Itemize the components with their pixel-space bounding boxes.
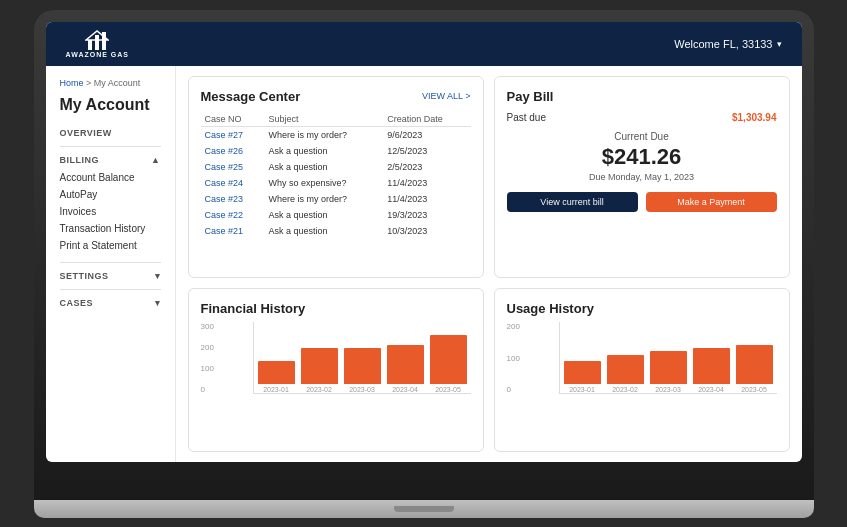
chart-bar-group: 2023-01 <box>258 361 295 393</box>
pay-bill-header: Pay Bill <box>507 89 777 104</box>
table-row[interactable]: Case #22 Ask a question 19/3/2023 <box>201 207 471 223</box>
bar-label: 2023-04 <box>698 386 724 393</box>
laptop-notch <box>394 506 454 512</box>
chevron-down-icon: ▾ <box>777 39 782 49</box>
bar <box>430 335 467 384</box>
col-subject: Subject <box>264 112 383 127</box>
case-date: 11/4/2023 <box>383 191 470 207</box>
bar-label: 2023-04 <box>392 386 418 393</box>
bar-label: 2023-02 <box>306 386 332 393</box>
case-link[interactable]: Case #21 <box>201 223 265 239</box>
case-date: 10/3/2023 <box>383 223 470 239</box>
financial-bars: 2023-01 2023-02 2023-03 2023-04 2023-05 <box>253 322 471 394</box>
usage-history-title: Usage History <box>507 301 777 316</box>
usage-history-chart: 2001000 2023-01 2023-02 2023-03 2023-04 … <box>507 322 777 412</box>
col-case-no: Case NO <box>201 112 265 127</box>
past-due-amount: $1,303.94 <box>732 112 777 123</box>
col-date: Creation Date <box>383 112 470 127</box>
bar-label: 2023-03 <box>349 386 375 393</box>
view-current-bill-button[interactable]: View current bill <box>507 192 638 212</box>
table-row[interactable]: Case #25 Ask a question 2/5/2023 <box>201 159 471 175</box>
make-payment-button[interactable]: Make a Payment <box>646 192 777 212</box>
usage-history-card: Usage History 2001000 2023-01 2023-02 20… <box>494 288 790 452</box>
sidebar: Home > My Account My Account OVERVIEW BI… <box>46 66 176 462</box>
chart-bar-group: 2023-01 <box>564 361 601 393</box>
message-center-card: Message Center VIEW ALL > Case NO Subjec… <box>188 76 484 279</box>
table-row[interactable]: Case #24 Why so expensive? 11/4/2023 <box>201 175 471 191</box>
usage-y-labels: 2001000 <box>507 322 529 394</box>
past-due-row: Past due $1,303.94 <box>507 112 777 123</box>
case-subject: Ask a question <box>264 143 383 159</box>
laptop-base <box>34 500 814 518</box>
case-subject: Where is my order? <box>264 126 383 143</box>
y-label: 200 <box>201 343 223 352</box>
sidebar-nav-account-balance[interactable]: Account Balance <box>60 169 175 186</box>
y-label: 100 <box>507 354 529 363</box>
bar <box>258 361 295 384</box>
sidebar-section-cases[interactable]: CASES ▾ <box>60 298 175 308</box>
table-row[interactable]: Case #23 Where is my order? 11/4/2023 <box>201 191 471 207</box>
case-link[interactable]: Case #24 <box>201 175 265 191</box>
y-label: 0 <box>201 385 223 394</box>
view-all-link[interactable]: VIEW ALL > <box>422 91 470 101</box>
table-row[interactable]: Case #26 Ask a question 12/5/2023 <box>201 143 471 159</box>
bar <box>387 345 424 384</box>
current-due-box: Current Due $241.26 Due Monday, May 1, 2… <box>507 131 777 182</box>
case-link[interactable]: Case #23 <box>201 191 265 207</box>
case-subject: Why so expensive? <box>264 175 383 191</box>
pay-bill-title: Pay Bill <box>507 89 554 104</box>
chevron-down-icon-cases: ▾ <box>155 298 161 308</box>
sidebar-nav-print-statement[interactable]: Print a Statement <box>60 237 175 254</box>
chart-bar-group: 2023-03 <box>344 348 381 393</box>
sidebar-section-settings[interactable]: SETTINGS ▾ <box>60 271 175 281</box>
breadcrumb: Home > My Account <box>60 78 175 88</box>
laptop-frame: AWAZONE GAS Welcome FL, 33133 ▾ Home > M… <box>34 10 814 500</box>
bar <box>607 355 644 384</box>
case-subject: Ask a question <box>264 207 383 223</box>
case-link[interactable]: Case #26 <box>201 143 265 159</box>
case-date: 12/5/2023 <box>383 143 470 159</box>
y-label: 300 <box>201 322 223 331</box>
case-link[interactable]: Case #22 <box>201 207 265 223</box>
chart-bar-group: 2023-04 <box>387 345 424 393</box>
bar-label: 2023-03 <box>655 386 681 393</box>
usage-bars: 2023-01 2023-02 2023-03 2023-04 2023-05 <box>559 322 777 394</box>
chevron-down-icon-settings: ▾ <box>155 271 161 281</box>
y-label: 0 <box>507 385 529 394</box>
sidebar-nav-invoices[interactable]: Invoices <box>60 203 175 220</box>
y-label: 200 <box>507 322 529 331</box>
divider <box>60 146 161 147</box>
welcome-message[interactable]: Welcome FL, 33133 ▾ <box>674 38 781 50</box>
y-label: 100 <box>201 364 223 373</box>
main-content: Home > My Account My Account OVERVIEW BI… <box>46 66 802 462</box>
table-row[interactable]: Case #21 Ask a question 10/3/2023 <box>201 223 471 239</box>
chart-bar-group: 2023-03 <box>650 351 687 393</box>
sidebar-section-billing[interactable]: BILLING ▲ <box>60 155 175 165</box>
bar <box>736 345 773 384</box>
bar <box>344 348 381 384</box>
sidebar-nav-transaction-history[interactable]: Transaction History <box>60 220 175 237</box>
case-link[interactable]: Case #25 <box>201 159 265 175</box>
sidebar-nav-autopay[interactable]: AutoPay <box>60 186 175 203</box>
logo-icon <box>85 30 109 50</box>
bar <box>301 348 338 384</box>
breadcrumb-home[interactable]: Home <box>60 78 84 88</box>
chart-bar-group: 2023-02 <box>301 348 338 393</box>
page-title: My Account <box>60 96 175 114</box>
case-date: 9/6/2023 <box>383 126 470 143</box>
logo-text: AWAZONE GAS <box>66 51 130 58</box>
sidebar-section-overview: OVERVIEW <box>60 128 175 138</box>
case-link[interactable]: Case #27 <box>201 126 265 143</box>
bar-label: 2023-02 <box>612 386 638 393</box>
current-due-amount: $241.26 <box>507 144 777 170</box>
table-row[interactable]: Case #27 Where is my order? 9/6/2023 <box>201 126 471 143</box>
pay-buttons: View current bill Make a Payment <box>507 192 777 212</box>
case-subject: Ask a question <box>264 223 383 239</box>
financial-history-chart: 3002001000 2023-01 2023-02 2023-03 2023-… <box>201 322 471 412</box>
chart-bar-group: 2023-05 <box>736 345 773 393</box>
chart-bar-group: 2023-04 <box>693 348 730 393</box>
bar-label: 2023-01 <box>569 386 595 393</box>
bar-label: 2023-01 <box>263 386 289 393</box>
case-subject: Where is my order? <box>264 191 383 207</box>
divider-3 <box>60 289 161 290</box>
